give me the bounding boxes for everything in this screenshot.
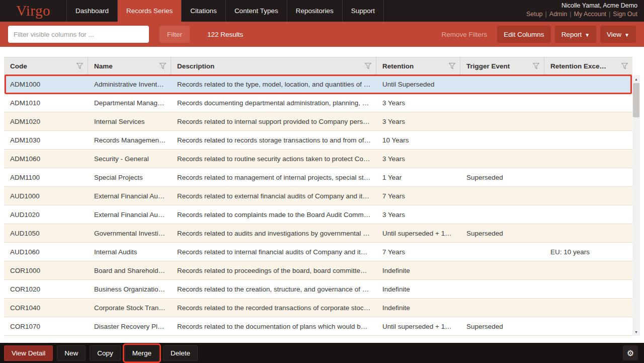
table-row[interactable]: ADM1100Special ProjectsRecords related t… — [4, 168, 632, 187]
cell-retention-exception — [544, 187, 632, 205]
cell-trigger-event: Superseded — [460, 168, 544, 186]
column-header-trigger-event[interactable]: Trigger Event — [460, 57, 544, 75]
main-nav: Dashboard Records Series Citations Conte… — [67, 0, 384, 22]
app-logo[interactable]: Virgo — [0, 0, 67, 22]
filter-funnel-icon[interactable] — [533, 63, 539, 69]
cell-trigger-event — [460, 75, 544, 93]
column-header-code[interactable]: Code — [4, 57, 88, 75]
nav-item-records-series[interactable]: Records Series — [118, 0, 182, 22]
table-row[interactable]: COR1020Business Organizatio…Records rela… — [4, 280, 632, 299]
cell-retention-exception — [544, 224, 632, 242]
cell-code: AUD1060 — [4, 243, 88, 261]
filter-funnel-icon[interactable] — [76, 63, 83, 69]
user-links: SetupAdminMy AccountSign Out — [526, 11, 637, 18]
cell-retention: 7 Years — [376, 243, 460, 261]
cell-trigger-event — [460, 187, 544, 205]
table-row[interactable]: ADM1000Administrative Invent…Records rel… — [4, 75, 632, 94]
cell-retention: 3 Years — [376, 205, 460, 224]
edit-columns-button[interactable]: Edit Columns — [497, 26, 550, 43]
cell-trigger-event — [460, 205, 544, 224]
cell-retention: 3 Years — [376, 112, 460, 130]
delete-button[interactable]: Delete — [163, 345, 198, 361]
table-row[interactable]: AUD1020External Financial Au…Records rel… — [4, 205, 632, 224]
filter-funnel-icon[interactable] — [159, 63, 166, 69]
table-row[interactable]: AUD1060Internal AuditsRecords related to… — [4, 243, 632, 261]
cell-retention-exception — [544, 150, 632, 168]
cell-name: Records Managemen… — [88, 131, 171, 149]
cell-code: COR1000 — [4, 261, 88, 279]
cell-description: Records related to audits and investigat… — [171, 224, 376, 242]
scrollbar-thumb[interactable] — [633, 83, 639, 117]
table-row[interactable]: AUD1050Governmental Investi…Records rela… — [4, 224, 632, 243]
filter-funnel-icon[interactable] — [449, 63, 455, 69]
cell-description: Records related to internal support prov… — [171, 112, 376, 130]
view-button[interactable]: View▼ — [600, 26, 636, 43]
new-button[interactable]: New — [57, 345, 86, 361]
table-row[interactable]: COR1070Disaster Recovery Pl…Records rela… — [4, 317, 632, 336]
cell-code: COR1070 — [4, 317, 88, 335]
toolbar-right: Remove Filters Edit Columns Report▼ View… — [436, 26, 636, 43]
cell-retention-exception — [544, 112, 632, 130]
nav-item-repositories[interactable]: Repositories — [287, 0, 343, 22]
cell-code: COR1040 — [4, 299, 88, 317]
table-row[interactable]: ADM1060Security - GeneralRecords related… — [4, 150, 632, 168]
cell-retention: 1 Year — [376, 168, 460, 186]
nav-item-dashboard[interactable]: Dashboard — [67, 0, 118, 22]
cell-description: Records related to the documentation of … — [171, 317, 376, 335]
cell-name: Business Organizatio… — [88, 280, 171, 298]
merge-button[interactable]: Merge — [125, 345, 159, 361]
scroll-down-arrow-icon[interactable]: ▼ — [632, 328, 640, 335]
table-row[interactable]: AUD1000External Financial Au…Records rel… — [4, 187, 632, 205]
cell-description: Records related to records storage trans… — [171, 131, 376, 149]
column-header-name[interactable]: Name — [88, 57, 171, 75]
cell-code: ADM1020 — [4, 112, 88, 130]
column-header-description[interactable]: Description — [171, 57, 376, 75]
table-row[interactable]: COR1040Corporate Stock Tran…Records rela… — [4, 299, 632, 317]
column-header-retention[interactable]: Retention — [376, 57, 460, 75]
cell-code: ADM1000 — [4, 75, 88, 93]
cell-trigger-event — [460, 261, 544, 279]
scroll-up-arrow-icon[interactable]: ▲ — [632, 76, 640, 83]
link-setup[interactable]: Setup — [526, 11, 549, 18]
cell-name: Security - General — [88, 150, 171, 168]
nav-item-support[interactable]: Support — [343, 0, 384, 22]
cell-retention-exception — [544, 280, 632, 298]
settings-button[interactable]: ⚙ — [623, 345, 638, 360]
link-admin[interactable]: Admin — [549, 11, 574, 18]
top-nav: Virgo Dashboard Records Series Citations… — [0, 0, 644, 22]
filter-button[interactable]: Filter — [159, 26, 190, 43]
remove-filters-button[interactable]: Remove Filters — [436, 26, 494, 43]
cell-retention-exception — [544, 261, 632, 279]
filter-input[interactable] — [8, 26, 149, 43]
cell-name: Disaster Recovery Pl… — [88, 317, 171, 335]
cell-name: Administrative Invent… — [88, 75, 171, 93]
nav-item-citations[interactable]: Citations — [182, 0, 226, 22]
copy-button[interactable]: Copy — [90, 345, 121, 361]
filter-funnel-icon[interactable] — [365, 63, 371, 69]
user-name: Nicolle Yamat, Acme Demo — [526, 2, 637, 9]
table-body: ADM1000Administrative Invent…Records rel… — [4, 75, 632, 336]
cell-retention: Until superseded + 1… — [376, 317, 460, 335]
filter-funnel-icon[interactable] — [621, 63, 628, 69]
cell-name: Corporate Stock Tran… — [88, 299, 171, 317]
cell-retention: 3 Years — [376, 150, 460, 168]
report-button[interactable]: Report▼ — [555, 26, 596, 43]
cell-name: Governmental Investi… — [88, 224, 171, 242]
vertical-scrollbar[interactable]: ▲ ▼ — [632, 75, 640, 336]
nav-item-content-types[interactable]: Content Types — [226, 0, 287, 22]
cell-retention-exception — [544, 131, 632, 149]
cell-name: Special Projects — [88, 168, 171, 186]
link-my-account[interactable]: My Account — [574, 11, 613, 18]
table-row[interactable]: ADM1010Departmental Manag…Records docume… — [4, 94, 632, 112]
table-row[interactable]: ADM1020Internal ServicesRecords related … — [4, 112, 632, 131]
cell-retention: 7 Years — [376, 187, 460, 205]
table-row[interactable]: ADM1030Records Managemen…Records related… — [4, 131, 632, 150]
cell-trigger-event — [460, 299, 544, 317]
column-header-retention-exception[interactable]: Retention Exce… — [544, 57, 632, 75]
table-row[interactable]: COR1000Board and Sharehold…Records relat… — [4, 261, 632, 280]
cell-retention: Indefinite — [376, 299, 460, 317]
link-sign-out[interactable]: Sign Out — [613, 11, 637, 18]
cell-retention-exception: EU: 10 years — [544, 243, 632, 261]
view-detail-button[interactable]: View Detail — [4, 345, 53, 361]
cell-trigger-event — [460, 131, 544, 149]
